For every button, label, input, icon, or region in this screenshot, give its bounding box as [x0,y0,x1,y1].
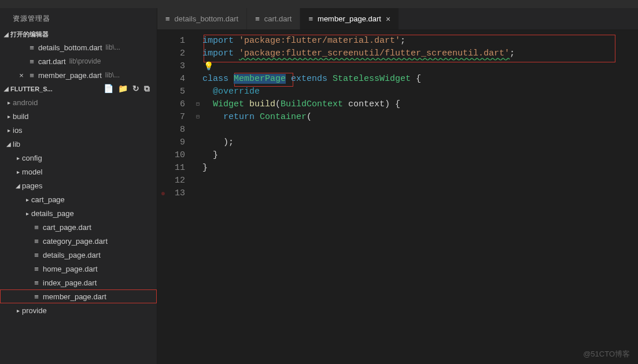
tree-item-label: category_page.dart [43,237,108,246]
code-content[interactable]: import 'package:flutter/material.dart';i… [202,35,638,364]
editor-tab[interactable]: ≡cart.dart [247,8,300,29]
tree-folder[interactable]: ◢lib [0,137,157,151]
project-header[interactable]: ◢ FLUTTER_S... 📄 📁 ↻ ⧉ [0,82,157,95]
chevron-right-icon: ▸ [14,307,22,314]
file-icon: ≡ [255,14,260,23]
tree-item-label: android [13,98,38,107]
file-icon: ≡ [27,43,37,52]
tree-folder[interactable]: ▸details_page [0,206,157,220]
explorer-title: 资源管理器 [0,8,157,28]
editor-tab[interactable]: ≡member_page.dart× [300,8,399,29]
tab-label: details_bottom.dart [175,14,239,23]
code-editor[interactable]: ● 12345678910111213 ⊟⊟ import 'package:f… [157,30,638,364]
chevron-right-icon: ▸ [5,127,13,133]
explorer-sidebar: 资源管理器 ◢ 打开的编辑器 ×≡details_bottom.dartlib\… [0,8,157,364]
editor-tab[interactable]: ≡details_bottom.dart [157,8,247,29]
tree-item-label: pages [22,181,42,190]
open-editors-header[interactable]: ◢ 打开的编辑器 [0,28,157,40]
file-path: lib\... [106,43,120,51]
chevron-right-icon: ▸ [23,210,31,217]
tree-item-label: member_page.dart [43,292,106,301]
tree-item-label: cart_page [31,195,65,204]
tree-item-label: config [22,154,42,162]
tree-item-label: cart_page.dart [43,223,91,232]
tree-folder[interactable]: ▸ios [0,123,157,137]
file-icon: ≡ [308,14,313,23]
open-editor-item[interactable]: ×≡details_bottom.dartlib\... [0,40,157,54]
tree-file[interactable]: ≡index_page.dart [0,276,157,289]
tree-folder[interactable]: ▸build [0,109,157,123]
tree-item-label: home_page.dart [43,265,98,273]
tree-file[interactable]: ≡cart_page.dart [0,220,157,234]
file-path: lib\... [105,71,120,79]
lightbulb-icon[interactable]: 💡 [204,62,213,71]
chevron-down-icon: ◢ [2,31,10,38]
tree-item-label: details_page.dart [43,251,101,259]
tree-folder[interactable]: ▸config [0,151,157,165]
breakpoint-gutter[interactable]: ● [157,35,169,364]
line-number-gutter: 12345678910111213 [169,35,193,364]
file-tree: ▸android▸build▸ios◢lib▸config▸model◢page… [0,95,157,317]
tree-file[interactable]: ≡category_page.dart [0,234,157,248]
chevron-down-icon: ◢ [2,86,10,92]
tree-file[interactable]: ≡member_page.dart [0,289,157,303]
tree-folder[interactable]: ▸provide [0,303,157,317]
file-path: lib\provide [69,57,101,65]
file-icon: ≡ [165,14,170,23]
file-name: cart.dart [38,57,66,66]
tab-label: member_page.dart [318,14,381,23]
file-icon: ≡ [31,278,42,287]
chevron-right-icon: ▸ [14,155,22,161]
file-icon: ≡ [27,57,37,66]
tree-item-label: build [13,112,28,121]
tree-item-label: index_page.dart [43,278,97,287]
new-folder-icon[interactable]: 📁 [118,84,128,94]
editor-tabs: ≡details_bottom.dart≡cart.dart≡member_pa… [157,8,638,30]
chevron-right-icon: ▸ [5,99,13,106]
chevron-right-icon: ▸ [5,113,13,120]
collapse-all-icon[interactable]: ⧉ [144,84,150,94]
tree-folder[interactable]: ◢pages [0,179,157,192]
close-icon[interactable]: × [16,71,27,80]
file-icon: ≡ [31,251,42,259]
tree-file[interactable]: ≡details_page.dart [0,248,157,262]
tree-folder[interactable]: ▸cart_page [0,192,157,206]
file-icon: ≡ [31,265,42,273]
open-editor-item[interactable]: ×≡cart.dartlib\provide [0,54,157,68]
app-menubar[interactable] [0,0,638,8]
new-file-icon[interactable]: 📄 [104,84,113,94]
chevron-right-icon: ▸ [14,169,22,175]
tree-item-label: details_page [31,209,74,218]
refresh-icon[interactable]: ↻ [132,84,139,94]
tree-item-label: provide [22,306,47,315]
close-icon[interactable]: × [386,14,390,24]
tree-item-label: model [22,168,42,176]
file-icon: ≡ [31,237,42,246]
tree-folder[interactable]: ▸model [0,165,157,179]
tree-folder[interactable]: ▸android [0,95,157,109]
fold-gutter[interactable]: ⊟⊟ [193,35,202,364]
tab-label: cart.dart [264,14,292,23]
file-name: details_bottom.dart [38,43,102,52]
file-icon: ≡ [31,292,42,301]
watermark: @51CTO博客 [583,349,630,359]
file-icon: ≡ [27,71,37,80]
chevron-down-icon: ◢ [14,183,22,189]
file-icon: ≡ [31,223,42,232]
chevron-right-icon: ▸ [23,196,31,203]
tree-file[interactable]: ≡home_page.dart [0,262,157,276]
open-editors-list: ×≡details_bottom.dartlib\...×≡cart.dartl… [0,40,157,82]
editor-area: ≡details_bottom.dart≡cart.dart≡member_pa… [157,8,638,364]
file-name: member_page.dart [38,71,102,80]
chevron-down-icon: ◢ [5,141,13,147]
tree-item-label: ios [13,126,23,135]
tree-item-label: lib [13,140,20,148]
open-editor-item[interactable]: ×≡member_page.dartlib\... [0,68,157,82]
